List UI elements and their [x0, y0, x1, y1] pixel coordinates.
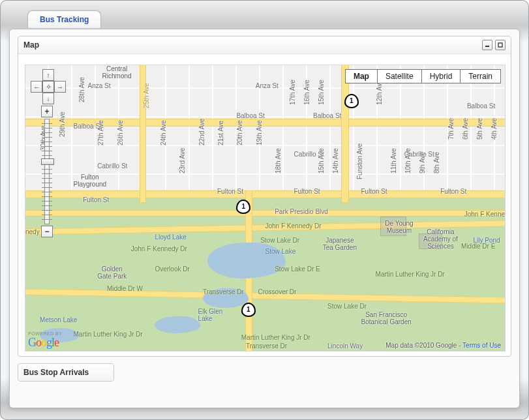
map-type-bar: Map Satellite Hybrid Terrain	[345, 69, 501, 83]
maximize-button[interactable]	[495, 40, 506, 50]
label-fulton-3: Fulton St	[294, 188, 320, 195]
label-16th: 16th Ave	[303, 80, 310, 106]
label-jfk-3: John F Kennedy Dr	[131, 245, 187, 252]
tab-bus-tracking[interactable]: Bus Tracking	[27, 10, 101, 28]
label-balboa-2: Balboa St	[236, 112, 264, 119]
label-22nd: 22nd Ave	[198, 118, 205, 145]
zoom-out-button[interactable]: −	[41, 226, 53, 237]
label-fulton-4: Fulton St	[361, 188, 387, 195]
label-fulton-5: Fulton St	[440, 188, 466, 195]
zoom-control: + −	[41, 106, 53, 237]
arrow-left-icon: ←	[33, 83, 40, 91]
maptype-map-button[interactable]: Map	[346, 70, 378, 83]
map-attribution: Map data ©2010 Google - Terms of Use	[385, 342, 501, 349]
label-stow2: Stow Lake Dr	[327, 303, 367, 310]
poi-elk: Elk Glen Lake	[198, 308, 223, 322]
map-panel-tools	[482, 40, 506, 50]
map-panel-header: Map	[18, 37, 511, 54]
label-balboa-3: Balboa St	[313, 112, 341, 119]
label-25th: 25th Ave	[143, 83, 150, 108]
arrivals-panel-header[interactable]: Bus Stop Arrivals	[18, 364, 113, 381]
label-29th: 29th Ave	[59, 112, 66, 137]
poi-ggp: Golden Gate Park	[97, 265, 127, 280]
poi-lily: Lily Pond	[474, 237, 500, 244]
label-9th: 9th Ave	[419, 152, 426, 173]
label-11th: 11th Ave	[390, 149, 397, 174]
label-23rd: 23rd Ave	[179, 148, 186, 173]
pan-right-button[interactable]: →	[54, 81, 66, 93]
label-balboa-4: Balboa St	[467, 102, 495, 110]
label-4th: 4th Ave	[491, 118, 498, 140]
poi-deyoung: De Young Museum	[385, 220, 413, 234]
pan-up-button[interactable]: ↑	[42, 69, 54, 81]
label-lincoln: Lincoln Way	[327, 342, 363, 350]
pan-left-button[interactable]: ←	[31, 81, 42, 93]
label-8th: 8th Ave	[433, 152, 440, 173]
poi-metson: Metson Lake	[40, 316, 77, 323]
arrivals-panel-title: Bus Stop Arrivals	[23, 368, 89, 377]
label-anza-1: Anza St	[88, 82, 111, 89]
pan-down-button[interactable]: ↓	[42, 93, 54, 104]
label-21st: 21st Ave	[217, 120, 224, 145]
label-17th: 17th Ave	[289, 80, 296, 106]
map-body: 1 1 1 Anza St Anza St Balboa St Balboa S…	[18, 54, 511, 357]
poi-botanical: San Francisco Botanical Garden	[361, 311, 412, 325]
label-funston: Funston Ave	[356, 143, 363, 179]
hwy-shield-1c: 1	[241, 303, 256, 317]
label-fulton-2: Fulton St	[217, 188, 243, 195]
minimize-button[interactable]	[482, 40, 492, 50]
reset-icon: ✧	[46, 83, 52, 91]
map-logo: POWERED BY Google	[28, 331, 62, 350]
maptype-terrain-button[interactable]: Terrain	[461, 70, 500, 83]
app-frame: Bus Tracking Map	[0, 0, 529, 420]
terms-link[interactable]: Terms of Use	[462, 342, 501, 349]
label-mlk-1: Martin Luther King Jr Dr	[241, 334, 310, 341]
label-15th-b: 15th Ave	[318, 149, 325, 174]
label-27th: 27th Ave	[97, 120, 104, 145]
label-jfk-2: John F Kenne	[464, 211, 505, 218]
attribution-text: Map data ©2010 Google -	[385, 342, 461, 349]
label-6th: 6th Ave	[462, 118, 469, 140]
hwy-shield-1a: 1	[344, 94, 359, 108]
label-14th: 14th Ave	[332, 149, 339, 174]
poi-central-richmond: Central Richmond	[102, 65, 132, 80]
label-presidio: Park Presidio Blvd	[275, 208, 328, 215]
zoom-in-button[interactable]: +	[41, 106, 53, 117]
zoom-slider-thumb[interactable]	[41, 158, 54, 165]
label-mlk-3: Martin Luther King Jr Dr	[376, 271, 445, 278]
label-jfk-1: John F Kennedy Dr	[265, 222, 322, 230]
map-canvas[interactable]: 1 1 1 Anza St Anza St Balboa St Balboa S…	[25, 65, 506, 352]
maptype-hybrid-button[interactable]: Hybrid	[422, 70, 461, 83]
pan-control: ↑ ↓ ← → ✧	[31, 69, 65, 103]
arrow-down-icon: ↓	[47, 95, 50, 102]
poi-stow: Stow Lake	[265, 248, 296, 255]
label-28th: 28th Ave	[78, 77, 85, 102]
maptype-satellite-button[interactable]: Satellite	[378, 70, 422, 83]
label-crossover: Crossover Dr	[258, 288, 296, 295]
google-logo: Google	[28, 336, 59, 349]
map-panel: Map	[18, 36, 511, 357]
label-mlk-2: Martin Luther King Jr Dr	[74, 331, 143, 338]
label-26th: 26th Ave	[117, 120, 124, 145]
arrivals-panel[interactable]: Bus Stop Arrivals	[18, 363, 114, 382]
main-window: Map	[9, 29, 520, 408]
minimize-icon	[485, 42, 490, 48]
plus-icon: +	[44, 107, 49, 116]
label-stow: Stow Lake Dr	[260, 237, 299, 244]
arrow-up-icon: ↑	[47, 72, 50, 79]
arrow-right-icon: →	[57, 83, 63, 91]
label-stowE: Stow Lake Dr E	[275, 265, 320, 273]
pan-reset-button[interactable]: ✧	[42, 81, 54, 93]
label-10th: 10th Ave	[404, 149, 412, 174]
maximize-icon	[498, 42, 503, 48]
label-7th: 7th Ave	[447, 118, 455, 140]
zoom-slider-track[interactable]	[44, 119, 50, 224]
poi-cas: California Academy of Sciences	[423, 228, 458, 250]
map-panel-title: Map	[23, 40, 39, 50]
label-middlew: Middle Dr W	[107, 285, 143, 292]
powered-by-label: POWERED BY	[28, 331, 62, 336]
label-transverse2: Transverse Dr	[246, 342, 287, 350]
label-15th: 15th Ave	[318, 80, 325, 106]
poi-japanese: Japanese Tea Garden	[323, 237, 357, 251]
label-18th: 18th Ave	[275, 149, 282, 174]
